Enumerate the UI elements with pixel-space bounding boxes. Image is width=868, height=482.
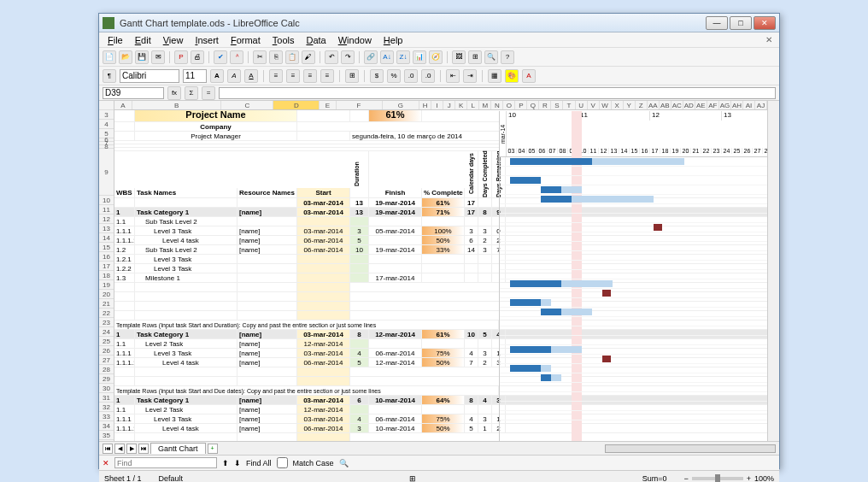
- start-date[interactable]: 03-mar-2014: [297, 208, 350, 216]
- duration[interactable]: 6: [350, 396, 369, 404]
- cal-days[interactable]: [465, 273, 478, 282]
- vertical-scrollbar[interactable]: [767, 101, 779, 441]
- resource[interactable]: [238, 217, 297, 226]
- resource[interactable]: [name]: [238, 405, 297, 414]
- days-complete[interactable]: [478, 255, 492, 263]
- menu-data[interactable]: Data: [301, 34, 331, 46]
- finish-date[interactable]: 12-mar-2014: [369, 358, 422, 367]
- project-name[interactable]: Project Name: [135, 110, 297, 121]
- hyperlink-icon[interactable]: 🔗: [364, 50, 378, 64]
- days-complete[interactable]: 2: [478, 236, 492, 244]
- resource[interactable]: [name]: [238, 236, 297, 244]
- col-header-AJ[interactable]: AJ: [755, 101, 767, 109]
- tab-last-icon[interactable]: ⏭: [138, 444, 149, 454]
- font-size-select[interactable]: [183, 69, 207, 83]
- col-header-E[interactable]: E: [320, 101, 336, 109]
- duration[interactable]: [350, 273, 369, 282]
- duration[interactable]: 4: [350, 349, 369, 357]
- save-icon[interactable]: 💾: [135, 50, 149, 64]
- start-date[interactable]: 03-mar-2014: [297, 349, 350, 357]
- sort-desc-icon[interactable]: Z↓: [396, 50, 410, 64]
- cal-days[interactable]: 3: [465, 226, 478, 235]
- col-header-Z[interactable]: Z: [636, 101, 648, 109]
- start-date[interactable]: 12-mar-2014: [297, 405, 350, 414]
- start-date[interactable]: 06-mar-2014: [297, 245, 350, 254]
- wbs[interactable]: 1.1.1.1: [114, 236, 135, 244]
- col-header-W[interactable]: W: [600, 101, 612, 109]
- days-complete[interactable]: [478, 339, 492, 348]
- resource[interactable]: [name]: [238, 358, 297, 367]
- finish-date[interactable]: [369, 264, 422, 273]
- close-button[interactable]: ✕: [754, 16, 776, 30]
- resource[interactable]: [238, 273, 297, 282]
- col-header-N[interactable]: N: [491, 101, 503, 109]
- start-date[interactable]: [297, 255, 350, 263]
- copy-icon[interactable]: ⎘: [269, 50, 283, 64]
- task-name[interactable]: Level 4 task: [135, 424, 238, 432]
- redo-icon[interactable]: ↷: [341, 50, 355, 64]
- duration[interactable]: 10: [350, 245, 369, 254]
- days-complete[interactable]: [478, 273, 492, 282]
- col-header-T[interactable]: T: [563, 101, 575, 109]
- cal-days[interactable]: 17: [465, 208, 478, 216]
- pct-complete[interactable]: 50%: [422, 358, 465, 367]
- wbs[interactable]: 1.1.1: [114, 349, 135, 357]
- menu-edit[interactable]: Edit: [130, 34, 156, 46]
- gantt-bar[interactable]: [541, 309, 561, 315]
- cal-days[interactable]: 5: [465, 424, 478, 432]
- tab-prev-icon[interactable]: ◀: [114, 444, 125, 454]
- datasource-icon[interactable]: ⊞: [468, 50, 482, 64]
- start-date[interactable]: 03-mar-2014: [297, 396, 350, 404]
- days-complete[interactable]: 3: [478, 414, 492, 423]
- print-icon[interactable]: 🖨: [191, 50, 204, 64]
- duration[interactable]: [350, 339, 369, 348]
- wbs[interactable]: 1.3: [114, 273, 135, 282]
- chart-icon[interactable]: 📊: [413, 50, 426, 64]
- gantt-bar[interactable]: [572, 196, 654, 203]
- gantt-bar[interactable]: [551, 374, 561, 381]
- spellcheck-icon[interactable]: ✔: [214, 50, 227, 64]
- wbs[interactable]: 1.2.2: [114, 264, 135, 273]
- find-input[interactable]: [114, 457, 217, 468]
- gantt-bar[interactable]: [541, 196, 572, 203]
- wbs[interactable]: 1.1: [114, 217, 135, 226]
- cal-days[interactable]: [465, 255, 478, 263]
- pct-complete[interactable]: [422, 339, 465, 348]
- col-header-R[interactable]: R: [539, 101, 551, 109]
- align-justify-icon[interactable]: ≡: [320, 69, 334, 83]
- currency-icon[interactable]: $: [370, 69, 384, 83]
- col-header-L[interactable]: L: [467, 101, 479, 109]
- find-all-button[interactable]: Find All: [246, 459, 272, 467]
- task-name[interactable]: Level 3 Task: [135, 264, 238, 273]
- gantt-bar[interactable]: [561, 309, 592, 315]
- finish-date[interactable]: [369, 255, 422, 263]
- maximize-button[interactable]: □: [730, 16, 752, 30]
- pct-complete[interactable]: [422, 264, 465, 273]
- menu-insert[interactable]: Insert: [190, 34, 224, 46]
- menu-file[interactable]: File: [103, 34, 128, 46]
- resource[interactable]: [name]: [238, 208, 297, 216]
- wbs[interactable]: 1.1.1.1: [114, 424, 135, 432]
- finish-date[interactable]: 19-mar-2014: [369, 208, 422, 216]
- menu-window[interactable]: Window: [333, 34, 377, 46]
- decimal-add-icon[interactable]: .0: [404, 69, 418, 83]
- start-date[interactable]: [297, 264, 350, 273]
- autospell-icon[interactable]: ᴬ: [230, 50, 243, 64]
- menu-help[interactable]: Help: [378, 34, 408, 46]
- start-date[interactable]: 03-mar-2014: [297, 330, 350, 338]
- increase-indent-icon[interactable]: ⇥: [463, 69, 477, 83]
- decimal-del-icon[interactable]: .0: [421, 69, 435, 83]
- sort-asc-icon[interactable]: A↓: [380, 50, 394, 64]
- wbs[interactable]: 1.1.1: [114, 414, 135, 423]
- duration[interactable]: [350, 264, 369, 273]
- finish-date[interactable]: 10-mar-2014: [369, 396, 422, 404]
- gantt-bar[interactable]: [551, 346, 582, 353]
- cal-days[interactable]: 7: [465, 358, 478, 367]
- match-case-checkbox[interactable]: [277, 457, 288, 468]
- task-name[interactable]: Level 3 Task: [135, 349, 238, 357]
- col-header-AA[interactable]: AA: [648, 101, 660, 109]
- wbs[interactable]: 1.2: [114, 245, 135, 254]
- finish-date[interactable]: [369, 217, 422, 226]
- task-name[interactable]: Level 3 Task: [135, 255, 238, 263]
- col-header-M[interactable]: M: [479, 101, 491, 109]
